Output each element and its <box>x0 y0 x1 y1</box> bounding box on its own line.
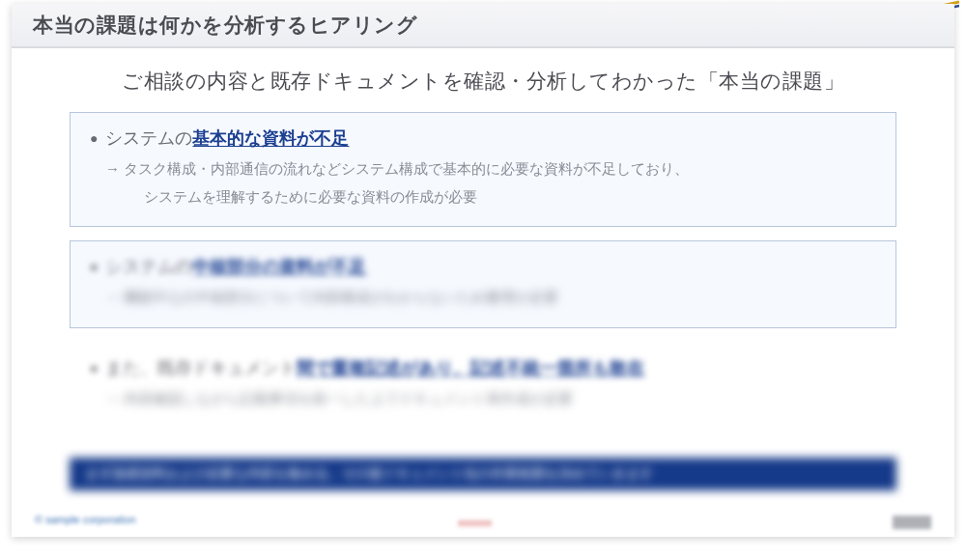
card-1: ● システムの基本的な資料が不足 → タスク構成・内部通信の流れなどシステム構成… <box>70 112 896 227</box>
card-2-body: → 機能中心の中核部分について内部構成がわからないため整理が必要 <box>90 284 876 312</box>
bottom-banner: まず基礎資料および必要な内容を集める。その後ドキュメント化の作業範囲を決めていき… <box>70 458 896 490</box>
slide: 本当の課題は何かを分析するヒアリング ご相談の内容と既存ドキュメントを確認・分析… <box>12 4 954 537</box>
card-1-body: → タスク構成・内部通信の流れなどシステム構成で基本的に必要な資料が不足しており… <box>90 155 876 210</box>
card-3-emph: 間で重複記述があり、記述不統一箇所も散在 <box>297 358 644 378</box>
card-3-body-line1: → 内容確認しながら記載事項を統一した上でドキュメント再作成が必要 <box>105 390 573 406</box>
title-bar: 本当の課題は何かを分析するヒアリング <box>12 4 954 48</box>
card-1-body-line1: → タスク構成・内部通信の流れなどシステム構成で基本的に必要な資料が不足しており… <box>105 160 689 177</box>
card-3: ● また、既存ドキュメント間で重複記述があり、記述不統一箇所も散在 → 内容確認… <box>70 342 896 430</box>
bullet-icon: ● <box>90 259 98 274</box>
card-3-body: → 内容確認しながら記載事項を統一した上でドキュメント再作成が必要 <box>90 385 876 413</box>
card-1-emph: 基本的な資料が不足 <box>192 128 349 148</box>
card-3-heading: ● また、既存ドキュメント間で重複記述があり、記述不統一箇所も散在 <box>90 356 876 379</box>
bullet-icon: ● <box>90 360 98 376</box>
card-3-prefix: また、既存ドキュメント <box>105 358 297 378</box>
card-2: ● システムの中核部分の資料が不足 → 機能中心の中核部分について内部構成がわか… <box>70 240 896 328</box>
footer-center: xxxxxxx <box>458 518 508 529</box>
card-1-prefix: システムの <box>105 128 192 148</box>
footer-right <box>893 516 931 529</box>
card-2-body-line1: → 機能中心の中核部分について内部構成がわからないため整理が必要 <box>105 289 558 305</box>
footer: © sample corporation xxxxxxx <box>35 510 931 529</box>
card-2-prefix: システムの <box>105 257 192 276</box>
page-title: 本当の課題は何かを分析するヒアリング <box>33 12 417 39</box>
bullet-icon: ● <box>90 130 98 146</box>
card-1-body-line2: システムを理解するために必要な資料の作成が必要 <box>125 188 477 205</box>
cards-container: ● システムの基本的な資料が不足 → タスク構成・内部通信の流れなどシステム構成… <box>70 112 896 429</box>
footer-left: © sample corporation <box>35 514 136 525</box>
card-2-emph: 中核部分の資料が不足 <box>192 257 366 276</box>
lead-text: ご相談の内容と既存ドキュメントを確認・分析してわかった「本当の課題」 <box>12 68 954 95</box>
card-1-heading: ● システムの基本的な資料が不足 <box>90 126 876 150</box>
banner-text: まず基礎資料および必要な内容を集める。その後ドキュメント化の作業範囲を決めていき… <box>70 458 668 490</box>
card-2-heading: ● システムの中核部分の資料が不足 <box>90 255 876 278</box>
